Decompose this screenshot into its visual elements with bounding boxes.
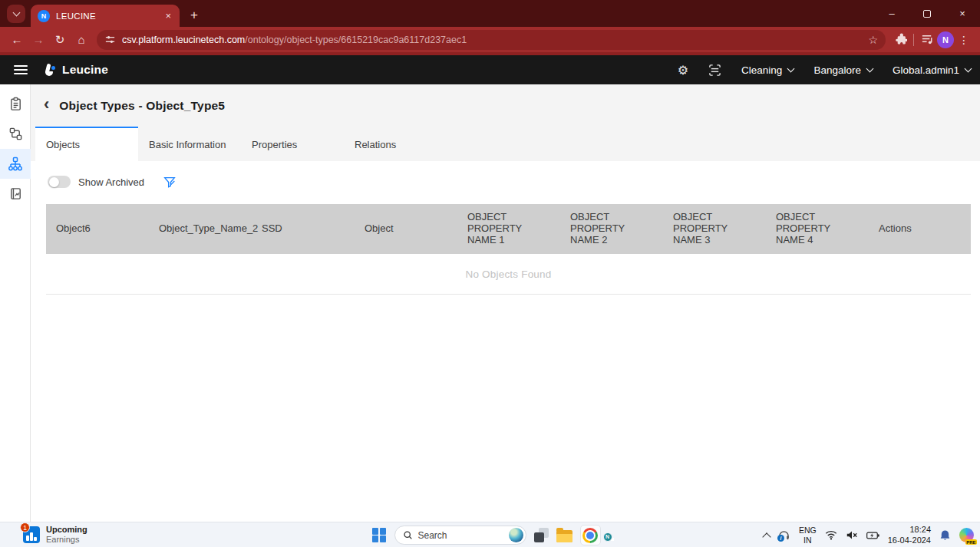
site-dropdown[interactable]: Bangalore — [813, 64, 873, 76]
copilot-icon[interactable]: PRE — [959, 528, 974, 542]
filter-button[interactable] — [163, 175, 177, 189]
url-text[interactable]: csv.platform.leucinetech.com/ontology/ob… — [122, 35, 862, 45]
show-archived-toggle[interactable] — [48, 176, 71, 188]
tab-basic-information[interactable]: Basic Information — [138, 127, 241, 161]
user-label: Global.admin1 — [893, 64, 959, 76]
app-header: Leucine ⚙ Cleaning Bangalore Global.admi… — [0, 55, 980, 84]
tray-time: 18:24 — [888, 525, 931, 535]
reading-list-icon[interactable] — [917, 30, 937, 50]
tab-objects[interactable]: Objects — [35, 127, 138, 161]
empty-state-message: No Objects Found — [465, 269, 551, 280]
gear-icon[interactable]: ⚙ — [678, 63, 688, 77]
page-back-icon[interactable]: ‹ — [44, 96, 49, 113]
page-top-section: ‹ Object Types - Object_Type5 Objects Ba… — [31, 84, 980, 161]
show-archived-label: Show Archived — [78, 176, 144, 188]
title-row: ‹ Object Types - Object_Type5 — [31, 84, 980, 127]
tab-properties[interactable]: Properties — [241, 127, 344, 161]
toolbar-divider — [913, 34, 914, 46]
tab-close-icon[interactable]: × — [163, 10, 173, 21]
system-tray: i ENG IN 18:24 16-04-2024 PRE — [764, 522, 974, 547]
reload-icon[interactable]: ↻ — [49, 29, 71, 51]
column-header: Actions — [869, 217, 971, 241]
forward-icon[interactable]: → — [28, 29, 49, 51]
browser-tab-active[interactable]: N LEUCINE × — [31, 5, 180, 27]
clock[interactable]: 18:24 16-04-2024 — [888, 525, 931, 546]
chrome-profile-badge: N — [603, 532, 612, 542]
browser-tab-strip: N LEUCINE × + – × — [0, 0, 980, 27]
taskbar-center: Search N — [372, 522, 609, 547]
chrome-icon — [582, 528, 598, 543]
site-info-icon[interactable] — [104, 34, 116, 45]
objects-table: Object6 Object_Type_Name_2 SSD Object OB… — [46, 204, 971, 295]
widgets-button[interactable]: 1 Upcoming Earnings — [23, 525, 87, 545]
chevron-down-icon — [866, 65, 873, 73]
sidebar-item-ontology[interactable] — [0, 149, 31, 179]
window-controls: – × — [874, 0, 980, 27]
battery-icon[interactable] — [866, 531, 879, 540]
url-domain: csv.platform.leucinetech.com — [122, 35, 245, 45]
start-button[interactable] — [372, 528, 387, 542]
home-icon[interactable]: ⌂ — [71, 29, 92, 51]
sidebar-item-workflows[interactable] — [0, 119, 31, 149]
sidebar-item-checklists[interactable] — [0, 89, 31, 119]
file-explorer-button[interactable] — [556, 530, 572, 542]
audio-device-icon[interactable]: i — [778, 530, 790, 541]
chevron-down-icon — [12, 9, 20, 17]
filter-icon — [163, 175, 177, 189]
page-title: Object Types - Object_Type5 — [59, 99, 225, 113]
windows-taskbar: 1 Upcoming Earnings Search N i ENG — [0, 522, 980, 547]
taskbar-search[interactable]: Search — [394, 526, 526, 545]
chevron-down-icon — [965, 65, 972, 73]
scan-icon[interactable] — [708, 64, 721, 77]
copilot-pre-badge: PRE — [965, 539, 977, 545]
chevron-down-icon — [787, 65, 795, 73]
tab-relations[interactable]: Relations — [344, 127, 447, 161]
leucine-logo-icon — [41, 62, 57, 77]
hamburger-menu-icon[interactable] — [14, 65, 28, 74]
user-dropdown[interactable]: Global.admin1 — [893, 64, 971, 76]
column-header: Object_Type_Name_2 — [149, 217, 252, 241]
close-button[interactable]: × — [945, 0, 980, 27]
mute-speaker-icon[interactable] — [846, 530, 858, 540]
task-view-button[interactable] — [534, 528, 549, 542]
maximize-button[interactable] — [909, 0, 945, 27]
page-content: ‹ Object Types - Object_Type5 Objects Ba… — [31, 84, 980, 522]
tab-search-button[interactable] — [7, 5, 25, 23]
profile-avatar[interactable]: N — [937, 31, 954, 48]
column-header: Object — [355, 217, 457, 241]
clipboard-icon — [8, 97, 23, 111]
facility-label: Cleaning — [741, 64, 782, 76]
column-header: Object6 — [46, 217, 149, 241]
site-label: Bangalore — [813, 64, 861, 76]
back-icon[interactable]: ← — [6, 29, 28, 51]
wifi-icon[interactable] — [825, 530, 837, 540]
address-bar[interactable]: csv.platform.leucinetech.com/ontology/ob… — [97, 30, 886, 50]
language-indicator[interactable]: ENG IN — [799, 526, 817, 544]
side-navigation — [0, 84, 31, 522]
tab-title: LEUCINE — [56, 12, 157, 21]
column-header: OBJECT PROPERTY NAME 4 — [766, 206, 869, 252]
browser-window: N LEUCINE × + – × ← → ↻ ⌂ csv.platform.l… — [0, 0, 980, 522]
workflow-icon — [8, 127, 23, 141]
bookmark-star-icon[interactable]: ☆ — [868, 34, 878, 46]
column-header: OBJECT PROPERTY NAME 1 — [457, 206, 560, 252]
browser-menu-icon[interactable]: ⋮ — [954, 34, 974, 46]
header-actions: ⚙ Cleaning Bangalore Global.admin1 — [678, 63, 971, 77]
brand-name: Leucine — [62, 63, 108, 77]
minimize-button[interactable]: – — [874, 0, 909, 27]
chrome-active-button[interactable] — [580, 525, 601, 545]
widgets-badge: 1 — [20, 522, 30, 532]
sidebar-item-reports[interactable] — [0, 179, 31, 209]
main-area: ‹ Object Types - Object_Type5 Objects Ba… — [0, 84, 980, 522]
tray-date: 16-04-2024 — [888, 535, 931, 546]
notification-bell-icon[interactable] — [939, 529, 951, 542]
column-header: OBJECT PROPERTY NAME 2 — [560, 206, 663, 252]
extensions-icon[interactable] — [890, 30, 910, 50]
leucine-favicon-icon: N — [38, 10, 50, 22]
new-tab-button[interactable]: + — [190, 8, 198, 21]
column-header: OBJECT PROPERTY NAME 3 — [663, 206, 766, 252]
tray-expand-icon[interactable] — [762, 532, 770, 541]
report-book-icon — [8, 186, 23, 201]
search-icon — [403, 530, 413, 540]
facility-dropdown[interactable]: Cleaning — [741, 64, 794, 76]
